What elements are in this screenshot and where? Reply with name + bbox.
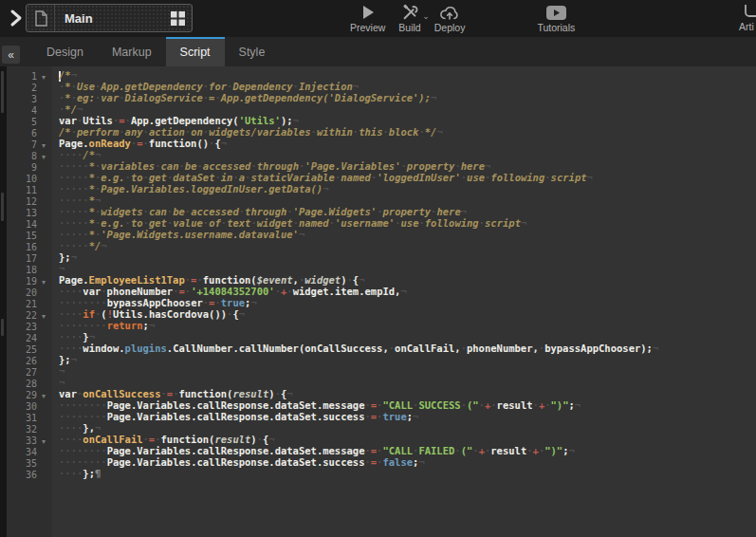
code-line[interactable]: ·····*·e.g.·to·get·dataSet·in·a·staticVa…: [59, 172, 756, 183]
space-invisible: ·: [95, 206, 101, 217]
code-line[interactable]: ····onCallFail·=·function(result)·{¬: [59, 434, 756, 445]
code-line[interactable]: ····},¬: [59, 422, 756, 434]
collapsed-panel-strip[interactable]: [0, 66, 7, 537]
eol-invisible: ¬: [353, 81, 359, 92]
artifacts-icon: [744, 4, 756, 19]
code-line[interactable]: ····window.plugins.CallNumber.callNumber…: [59, 343, 756, 354]
code-line[interactable]: ·····*·Page.Variables.loggedInUser.getDa…: [59, 183, 756, 194]
code-line[interactable]: ········Page.Variables.callResponse.data…: [59, 456, 756, 468]
code-line[interactable]: Page.onReady·=·function()·{¬: [59, 138, 756, 149]
space-invisible: ·: [185, 126, 191, 138]
page-selector[interactable]: Main: [26, 4, 193, 32]
code-token: ····},: [59, 422, 95, 434]
tab-style[interactable]: Style: [225, 37, 280, 66]
build-tools-icon: [401, 4, 418, 21]
code-line[interactable]: ········bypassAppChooser·=·true;¬: [59, 297, 756, 308]
eol-invisible: ¬: [521, 217, 526, 229]
code-line[interactable]: ·····*¬: [59, 194, 756, 206]
space-invisible: ·: [95, 172, 101, 183]
tab-script[interactable]: Script: [166, 37, 225, 66]
space-invisible: ·: [77, 422, 83, 434]
code-line[interactable]: ····if·(!Utils.hasCordova())·{¬: [59, 308, 756, 320]
space-invisible: ·: [143, 217, 149, 229]
code-line[interactable]: ·····*·'Page.Widgets.username.datavalue'…: [59, 229, 756, 240]
tab-design[interactable]: Design: [32, 37, 98, 66]
code-line[interactable]: ·*/¬: [59, 103, 756, 115]
code-line[interactable]: ····/*¬: [59, 149, 756, 160]
space-invisible: ·: [299, 160, 304, 172]
code-line[interactable]: ¬: [59, 263, 756, 274]
tutorials-button[interactable]: Tutorials: [530, 0, 581, 33]
gutter-cell: 2: [7, 81, 52, 92]
space-invisible: ·: [119, 92, 124, 103]
space-invisible: ·: [173, 388, 178, 399]
code-line[interactable]: ····};¶: [59, 468, 756, 479]
space-invisible: ·: [71, 92, 77, 103]
code-line[interactable]: var·onCallSuccess·=·function(result)·{¬: [59, 388, 756, 399]
gutter-cell: 36: [7, 468, 52, 479]
editor-code-area[interactable]: /*¬·*·Use·App.getDependency·for·Dependen…: [52, 66, 756, 537]
code-line[interactable]: var·Utils·=·App.getDependency('Utils');¬: [59, 115, 756, 126]
eol-invisible: ¬: [95, 194, 101, 206]
artifacts-button-partial[interactable]: Arti: [739, 4, 756, 32]
tutorials-video-icon: [546, 4, 566, 21]
gutter-cell: 1▾: [7, 69, 52, 81]
page-grid-icon[interactable]: [163, 5, 192, 31]
code-token: ·····*/: [59, 240, 101, 251]
space-invisible: ·: [95, 229, 101, 240]
code-token: false: [382, 456, 413, 468]
code-token: ·*·eg:·var·DialogService·=·App.getDepend…: [59, 92, 431, 103]
code-line[interactable]: ·····*·variables·can·be·accessed·through…: [59, 160, 756, 172]
tab-markup[interactable]: Markup: [98, 37, 166, 66]
code-token: result: [214, 434, 250, 445]
code-token: .CallNumber.callNumber(onCallSuccess,·on…: [167, 343, 653, 354]
code-line[interactable]: ········Page.Variables.callResponse.data…: [59, 399, 756, 411]
code-line[interactable]: ·*·eg:·var·DialogService·=·App.getDepend…: [59, 92, 756, 103]
code-token: ·result·: [490, 399, 539, 411]
eol-invisible: ¬: [400, 286, 406, 297]
gutter-cell: 29▾: [7, 388, 52, 399]
gutter-cell: 19▾: [7, 274, 52, 286]
code-line[interactable]: };¬: [59, 251, 756, 263]
code-line[interactable]: ·*·Use·App.getDependency·for·Dependency·…: [59, 81, 756, 92]
code-line[interactable]: /*·perform·any·action·on·widgets/variabl…: [59, 126, 756, 138]
space-invisible: ·: [461, 399, 467, 411]
preview-button[interactable]: Preview: [343, 0, 392, 33]
space-invisible: ·: [77, 115, 83, 126]
space-invisible: ·: [239, 206, 245, 217]
code-line[interactable]: ·····*·e.g.·to·get·value·of·text·widget·…: [59, 217, 756, 229]
code-line[interactable]: Page.EmployeeList1Tap·=·function($event,…: [59, 274, 756, 286]
code-line[interactable]: ····var·phoneNumber·=·'+14084352700'·+·w…: [59, 286, 756, 297]
code-line[interactable]: /*¬: [59, 69, 756, 81]
code-line[interactable]: ¬: [59, 365, 756, 377]
space-invisible: ·: [347, 274, 353, 286]
code-token: ········Page.Variables.callResponse.data…: [59, 445, 371, 456]
space-invisible: ·: [227, 81, 232, 92]
space-invisible: ·: [59, 81, 65, 92]
code-line[interactable]: ········Page.Variables.callResponse.data…: [59, 445, 756, 456]
code-line[interactable]: ········return;¬: [59, 320, 756, 331]
code-token: Page.: [59, 274, 89, 286]
space-invisible: ·: [454, 445, 460, 456]
code-token: true: [221, 297, 245, 308]
code-line[interactable]: ·····*/¬: [59, 240, 756, 251]
deploy-button[interactable]: Deploy: [428, 0, 472, 33]
space-invisible: ·: [71, 126, 77, 138]
expand-nav-icon[interactable]: [8, 9, 25, 28]
code-line[interactable]: ¬: [59, 377, 756, 388]
build-button[interactable]: Build ⌄: [392, 0, 427, 33]
space-invisible: ·: [400, 160, 406, 172]
space-invisible: ·: [83, 160, 88, 172]
code-line[interactable]: ·····*·widgets·can·be·accessed·through·'…: [59, 206, 756, 217]
code-line[interactable]: ········Page.Variables.callResponse.data…: [59, 411, 756, 422]
space-invisible: ·: [143, 138, 149, 149]
code-line[interactable]: };¬: [59, 354, 756, 365]
gutter-cell: 3: [7, 92, 52, 103]
collapse-left-panel-button[interactable]: «: [2, 46, 20, 64]
eol-invisible: ¬: [485, 160, 490, 172]
code-line[interactable]: ····}¬: [59, 331, 756, 343]
eol-invisible: ¬: [77, 103, 83, 115]
page-document-icon: [27, 5, 55, 31]
code-token: result: [232, 388, 268, 399]
space-invisible: ·: [101, 399, 106, 411]
